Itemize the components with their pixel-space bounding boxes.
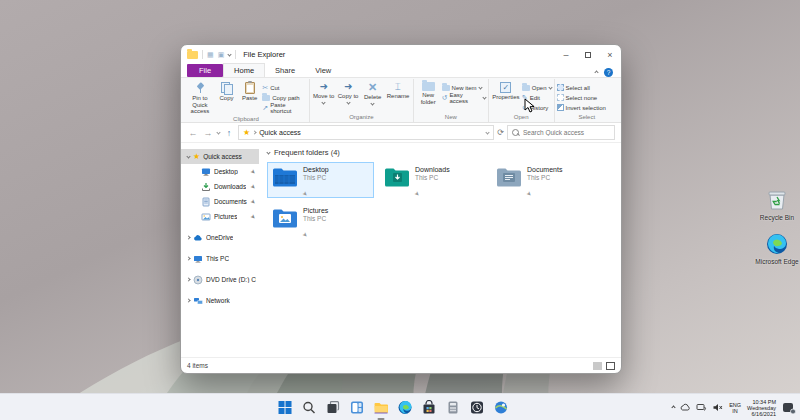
maximize-button[interactable]: [577, 47, 599, 62]
pinned-icon: ➤: [301, 230, 310, 239]
tab-view[interactable]: View: [305, 64, 341, 77]
titlebar[interactable]: ▦ ▣ File Explorer – ×: [181, 45, 621, 62]
large-icons-view-icon[interactable]: [606, 362, 615, 370]
store-button[interactable]: [421, 399, 438, 416]
tile-name: Desktop: [303, 166, 329, 174]
edge-taskbar-button[interactable]: [397, 399, 414, 416]
clock[interactable]: 10:34 PM Wednesday 6/16/2021: [747, 399, 776, 417]
sidebar-item-desktop[interactable]: Desktop ➤: [181, 164, 259, 179]
tab-home[interactable]: Home: [223, 63, 265, 77]
copy-button[interactable]: Copy: [216, 80, 237, 102]
desktop-icon-recycle-bin[interactable]: Recycle Bin: [751, 188, 800, 221]
minimize-ribbon-chevron-icon[interactable]: [594, 70, 598, 74]
widgets-button[interactable]: [349, 399, 366, 416]
breadcrumb[interactable]: ★ Quick access: [238, 125, 494, 140]
this-pc-icon: [193, 254, 203, 264]
paste-button[interactable]: Paste: [238, 80, 261, 102]
sidebar-item-onedrive[interactable]: OneDrive: [181, 230, 259, 245]
folder-tile-desktop[interactable]: Desktop This PC ➤: [267, 162, 374, 198]
chevron-expanded-icon[interactable]: [186, 154, 190, 158]
sidebar-item-documents[interactable]: Documents ➤: [181, 194, 259, 209]
properties-button[interactable]: ✓ Properties: [491, 80, 521, 101]
clock-app-button[interactable]: [469, 399, 486, 416]
up-button[interactable]: ↑: [223, 128, 235, 138]
start-icon: [278, 400, 293, 415]
tab-share[interactable]: Share: [265, 64, 305, 77]
paste-shortcut-button[interactable]: ↗ Paste shortcut: [262, 103, 307, 112]
tab-file[interactable]: File: [187, 64, 223, 77]
folder-tile-downloads[interactable]: Downloads This PC ➤: [379, 162, 486, 198]
sidebar-item-label: Network: [206, 297, 230, 304]
file-explorer-window: ▦ ▣ File Explorer – × File Home Share Vi…: [180, 44, 622, 374]
desktop-icon: [201, 167, 211, 177]
search-input[interactable]: [523, 129, 610, 136]
folder-tile-documents[interactable]: Documents This PC ➤: [491, 162, 598, 198]
button-label: Rename: [387, 93, 410, 100]
sidebar-item-label: DVD Drive (D:) CCCC: [206, 276, 256, 283]
pin-to-quick-access-button[interactable]: Pin to Quick access: [185, 80, 215, 115]
taskbar: ENG IN 10:34 PM Wednesday 6/16/2021: [0, 393, 800, 420]
button-label: Paste shortcut: [270, 102, 307, 114]
chevron-collapsed-icon[interactable]: [186, 235, 190, 239]
new-folder-button[interactable]: New folder: [416, 80, 441, 105]
chevron-collapsed-icon[interactable]: [186, 256, 190, 260]
recent-locations-chevron-icon[interactable]: [216, 130, 220, 134]
volume-tray-icon[interactable]: [712, 402, 723, 413]
sidebar-item-network[interactable]: Network: [181, 293, 259, 308]
easy-access-button[interactable]: ↺ Easy access: [442, 93, 486, 102]
invert-selection-button[interactable]: Invert selection: [557, 103, 606, 112]
search-button[interactable]: [301, 399, 318, 416]
chevron-collapsed-icon[interactable]: [186, 298, 190, 302]
onedrive-tray-icon[interactable]: [680, 402, 691, 413]
hidden-icons-chevron[interactable]: [672, 405, 676, 409]
paste-icon: [245, 82, 255, 94]
qat-customize-chevron-icon[interactable]: [228, 52, 232, 56]
search-icon: [512, 129, 520, 137]
delete-button[interactable]: ✕ Delete: [361, 80, 385, 105]
ribbon-group-select: Select all Select none Invert selection …: [555, 79, 619, 122]
qat-newfolder-icon[interactable]: ▣: [218, 51, 225, 58]
items-view: Frequent folders (4) Desktop This PC ➤: [259, 143, 621, 357]
details-view-icon[interactable]: [593, 362, 602, 370]
breadcrumb-chevron-icon: [253, 130, 257, 134]
task-view-button[interactable]: [325, 399, 342, 416]
select-none-button[interactable]: Select none: [557, 93, 606, 102]
calculator-button[interactable]: [445, 399, 462, 416]
search-box[interactable]: [507, 125, 615, 140]
address-dropdown-chevron-icon[interactable]: [486, 130, 490, 134]
help-icon[interactable]: ?: [604, 68, 613, 77]
file-explorer-icon: [374, 400, 389, 415]
copy-to-button[interactable]: ➜ Copy to: [336, 80, 360, 104]
quick-access-star-icon: ★: [243, 128, 250, 137]
language-indicator[interactable]: ENG IN: [729, 402, 741, 414]
desktop-icon-microsoft-edge[interactable]: Microsoft Edge: [751, 232, 800, 265]
sidebar-item-downloads[interactable]: Downloads ➤: [181, 179, 259, 194]
refresh-icon[interactable]: ⟳: [497, 128, 504, 137]
close-button[interactable]: ×: [599, 47, 621, 62]
forward-button[interactable]: →: [202, 128, 214, 138]
rename-button[interactable]: ⌶ Rename: [385, 80, 410, 100]
start-button[interactable]: [277, 399, 294, 416]
qat-properties-icon[interactable]: ▦: [207, 51, 214, 58]
quick-access-star-icon: ★: [193, 152, 200, 161]
section-collapse-chevron-icon[interactable]: [266, 150, 270, 154]
file-explorer-taskbar-button[interactable]: [373, 399, 390, 416]
folder-tile-pictures[interactable]: Pictures This PC ➤: [267, 203, 374, 239]
sidebar-item-dvd-drive[interactable]: DVD Drive (D:) CCCC: [181, 272, 259, 287]
cut-button[interactable]: ✂ Cut: [262, 83, 307, 92]
sidebar-item-pictures[interactable]: Pictures ➤: [181, 209, 259, 224]
select-all-button[interactable]: Select all: [557, 83, 606, 92]
network-tray-icon[interactable]: [696, 402, 707, 413]
minimize-button[interactable]: –: [555, 47, 577, 62]
globe-app-button[interactable]: [493, 399, 510, 416]
open-button[interactable]: Open: [522, 83, 552, 92]
maximize-icon: [585, 52, 591, 58]
move-to-button[interactable]: ➜ Move to: [312, 80, 336, 104]
sidebar-item-quick-access[interactable]: ★ Quick access: [181, 149, 259, 164]
chevron-collapsed-icon[interactable]: [186, 277, 190, 281]
group-label-organize: Organize: [312, 113, 411, 122]
sidebar-item-this-pc[interactable]: This PC: [181, 251, 259, 266]
back-button[interactable]: ←: [187, 128, 199, 138]
notification-icon[interactable]: [782, 401, 796, 415]
pinned-icon: ➤: [249, 197, 258, 206]
